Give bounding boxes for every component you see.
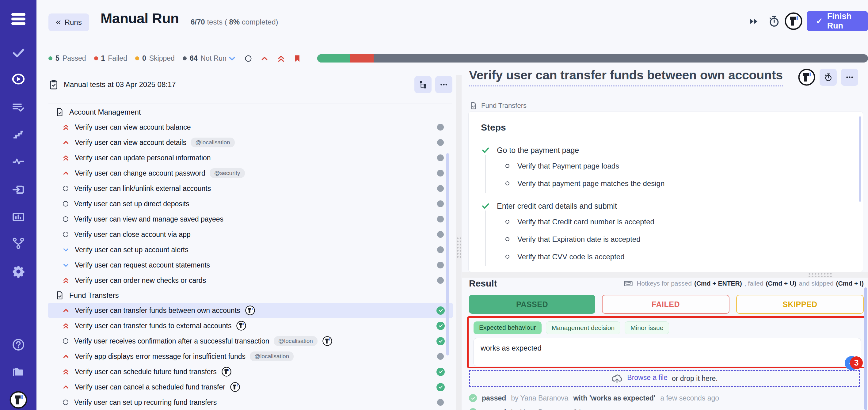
detail-more-button[interactable] [841,69,858,86]
quick-comment-tags: Expected behaviour Management decision M… [473,321,860,334]
priority-normal-icon [62,185,69,192]
passed-counter[interactable]: 5Passed [49,54,86,63]
timer-icon[interactable] [768,15,780,28]
filter-priority-critical-icon[interactable] [276,54,286,63]
test-row[interactable]: Verify user can set up account alerts [48,242,453,257]
steps-scrollbar[interactable] [859,117,861,201]
substep[interactable]: Verify that Credit card number is accept… [505,213,850,230]
quick-tag-minor-issue[interactable]: Minor issue [625,321,669,334]
status-passed-icon [436,322,445,330]
tests-icon[interactable] [12,46,25,59]
suite-header-fund-transfers[interactable]: Fund Transfers [48,288,453,303]
test-row-selected[interactable]: Verify user can transfer funds between o… [48,303,453,318]
filter-priority-low-icon[interactable] [227,54,237,63]
skipped-counter[interactable]: 0Skipped [135,54,175,63]
test-row[interactable]: Verify user receives confirmation after … [48,334,453,349]
list-scrollbar[interactable] [446,153,449,355]
filter-bookmark-icon[interactable] [293,54,302,63]
file-dropzone[interactable]: Browse a file or drop it here. [469,370,860,387]
splitter-grip-icon[interactable] [808,273,832,277]
runs-icon[interactable] [11,72,25,86]
back-label: Runs [65,18,82,27]
splitter-grip-icon[interactable] [456,237,461,259]
substep[interactable]: Verify that Payment page loads [505,157,850,175]
test-row[interactable]: Verify app displays error message for in… [48,349,453,364]
status-notrun-dot [437,216,444,222]
test-row[interactable]: Verify user can transfer funds to extern… [48,318,453,334]
settings-gear-icon[interactable] [12,265,25,278]
comment-value: works as expected [480,344,541,352]
ellipsis-icon [439,80,448,89]
test-row[interactable]: Verify user can view and manage saved pa… [48,212,453,227]
skipped-button[interactable]: SKIPPED [736,295,864,314]
filter-priority-high-icon[interactable] [260,54,269,63]
timer-button[interactable] [819,69,837,86]
test-row[interactable]: Verify user can set up direct deposits [48,196,453,212]
branches-icon[interactable] [12,236,25,250]
substep[interactable]: Verify that Expiration date is accepted [505,230,850,248]
comment-input[interactable]: works as expected [473,338,861,366]
test-row[interactable]: Verify user can view account details @lo… [48,135,453,150]
test-row[interactable]: Verify user can set up recurring fund tr… [48,395,453,410]
test-tag: @localisation [274,336,317,346]
quick-tag-expected-behaviour[interactable]: Expected behaviour [473,321,541,334]
import-icon[interactable] [12,183,25,196]
panel-splitter[interactable] [456,75,462,410]
status-passed-icon [436,368,445,376]
status-notrun-dot [437,231,444,238]
run-list-title: Manual tests at 03 Apr 2025 08:17 [64,80,176,89]
test-row[interactable]: Verify user can order new checks or card… [48,273,453,288]
priority-normal-icon [62,337,69,345]
back-chevrons-icon: « [56,17,61,26]
test-row[interactable]: Verify user can view account balance [48,120,453,135]
priority-critical-icon [62,123,70,131]
page-title: Manual Run [100,10,179,27]
help-icon[interactable] [12,338,25,351]
test-plans-icon[interactable] [12,100,25,114]
steps-result-splitter[interactable] [462,272,868,278]
substeps: Verify that Payment page loads Verify th… [485,155,850,193]
test-title: Verify user can view account details [75,138,186,147]
list-divider [49,103,452,104]
breadcrumb[interactable]: Fund Transfers [470,102,527,110]
filter-priority-normal-icon[interactable] [244,54,253,63]
substep[interactable]: Verify that payment page matches the des… [505,175,850,192]
test-row[interactable]: Verify user can cancel a scheduled fund … [48,379,453,395]
test-row[interactable]: Verify user can update personal informat… [48,150,453,165]
test-row[interactable]: Verify user can link/unlink external acc… [48,181,453,196]
check-icon: ✓ [816,16,823,26]
menu-icon[interactable] [11,11,25,27]
step[interactable]: Enter credit card details and submit [481,201,850,211]
failed-counter[interactable]: 1Failed [94,54,127,63]
priority-normal-icon [62,215,69,223]
automated-test-logo-icon[interactable] [798,69,815,86]
step[interactable]: Go to the payment page [481,146,850,155]
test-row[interactable]: Verify user can schedule future fund tra… [48,364,453,379]
projects-folder-icon[interactable] [11,365,25,379]
passed-button[interactable]: PASSED [469,295,595,314]
pulse-icon[interactable] [12,155,25,168]
failed-button[interactable]: FAILED [602,295,730,314]
quick-tag-management-decision[interactable]: Management decision [546,321,620,334]
list-more-button[interactable] [435,76,453,93]
detail-scrollbar[interactable] [864,287,867,410]
analytics-icon[interactable] [12,210,25,224]
user-logo-avatar[interactable] [785,12,802,30]
suite-header-account-management[interactable]: Account Management [48,105,453,120]
detail-test-title[interactable]: Verify user can transfer funds between o… [469,68,783,86]
substep-circle-icon [505,255,509,259]
status-notrun-dot [437,399,444,406]
finish-run-button[interactable]: ✓ Finish Run [807,11,868,31]
notrun-counter[interactable]: 64Not Run [183,54,226,63]
test-title: Verify user can close account via app [74,230,191,239]
fast-forward-icon[interactable] [748,16,760,27]
test-row[interactable]: Verify user can close account via app [48,227,453,242]
test-row[interactable]: Verify user can change account password … [48,165,453,181]
substep[interactable]: Verify that CVV code is accepted [505,248,850,265]
group-view-button[interactable] [414,76,432,93]
test-row[interactable]: Verify user can request account statemen… [48,257,453,273]
browse-file-link[interactable]: Browse a file [627,374,668,383]
steps-icon[interactable] [12,128,25,141]
app-logo-icon[interactable] [9,391,27,409]
back-to-runs-button[interactable]: « Runs [49,13,89,31]
